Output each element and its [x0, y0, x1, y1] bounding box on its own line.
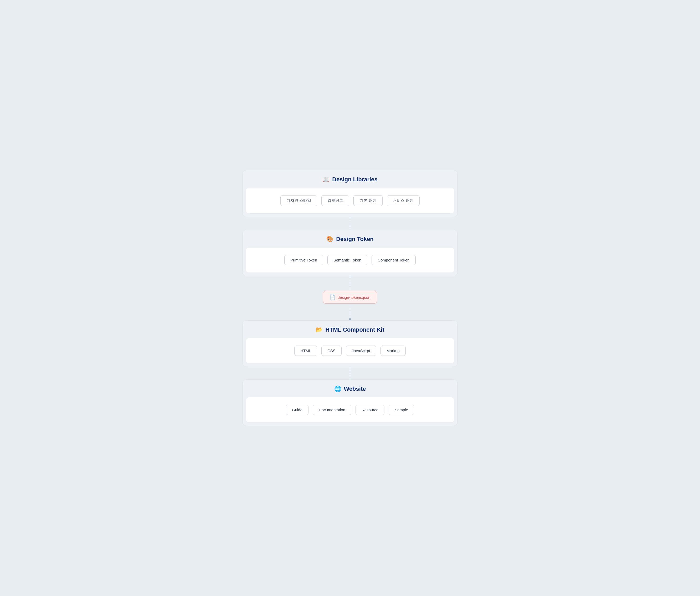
section-header-design-token: 🎨 Design Token [243, 230, 457, 247]
tag-documentation[interactable]: Documentation [313, 405, 351, 415]
palette-icon: 🎨 [326, 236, 333, 243]
tag-html[interactable]: HTML [294, 346, 317, 356]
section-header-html-kit: 📂 HTML Component Kit [243, 321, 457, 338]
tag-component[interactable]: 컴포넌트 [321, 195, 349, 206]
tag-css[interactable]: CSS [321, 346, 342, 356]
section-header-design-libraries: 📖 Design Libraries [243, 170, 457, 188]
design-libraries-section: 📖 Design Libraries 디자인 스타일 컴포넌트 기본 패턴 서비… [242, 170, 458, 217]
connector-with-file-badge: 📄 design-tokens.json [242, 276, 458, 320]
globe-icon: 🌐 [334, 386, 341, 392]
tag-component-token[interactable]: Component Token [372, 255, 416, 265]
tag-markup[interactable]: Markup [380, 346, 406, 356]
website-section: 🌐 Website Guide Documentation Resource S… [242, 379, 458, 426]
tag-resource[interactable]: Resource [355, 405, 384, 415]
book-icon: 📖 [322, 176, 329, 183]
design-token-section: 🎨 Design Token Primitive Token Semantic … [242, 230, 458, 276]
tag-service-pattern[interactable]: 서비스 패턴 [387, 195, 420, 206]
html-component-kit-section: 📂 HTML Component Kit HTML CSS JavaScirpt… [242, 320, 458, 367]
tag-sample[interactable]: Sample [389, 405, 414, 415]
connector-3 [242, 367, 458, 379]
dashed-line-4 [350, 367, 350, 379]
tag-basic-pattern[interactable]: 기본 패턴 [353, 195, 382, 206]
tag-semantic-token[interactable]: Semantic Token [327, 255, 367, 265]
html-component-kit-title: HTML Component Kit [325, 326, 384, 333]
folder-plus-icon: 📂 [316, 326, 323, 333]
tag-guide[interactable]: Guide [286, 405, 308, 415]
main-container: 📖 Design Libraries 디자인 스타일 컴포넌트 기본 패턴 서비… [242, 170, 458, 426]
design-token-title: Design Token [336, 236, 374, 243]
website-title: Website [344, 386, 366, 392]
dashed-line-1 [350, 217, 350, 230]
design-tokens-file-badge[interactable]: 📄 design-tokens.json [323, 291, 377, 303]
design-libraries-content: 디자인 스타일 컴포넌트 기본 패턴 서비스 패턴 [246, 188, 454, 214]
section-header-website: 🌐 Website [243, 380, 457, 397]
dashed-line-3 [350, 306, 350, 318]
file-icon: 📄 [329, 294, 335, 300]
tag-design-style[interactable]: 디자인 스타일 [280, 195, 317, 206]
connector-dot [349, 318, 351, 320]
website-content: Guide Documentation Resource Sample [246, 397, 454, 423]
file-badge-wrapper: 📄 design-tokens.json [323, 289, 377, 306]
design-token-content: Primitive Token Semantic Token Component… [246, 247, 454, 273]
html-component-kit-content: HTML CSS JavaScirpt Markup [246, 338, 454, 364]
file-badge-label: design-tokens.json [338, 295, 370, 300]
tag-javascript[interactable]: JavaScirpt [346, 346, 376, 356]
tag-primitive-token[interactable]: Primitive Token [284, 255, 323, 265]
connector-1 [242, 217, 458, 230]
dashed-line-2 [350, 276, 350, 289]
design-libraries-title: Design Libraries [332, 176, 377, 183]
